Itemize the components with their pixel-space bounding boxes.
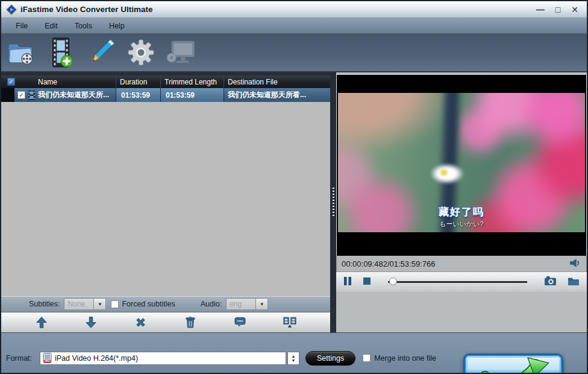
stop-button[interactable] [363, 277, 371, 288]
format-row: Format: MP4 iPad Video H.264(*.mp4) ▲ ▼ … [6, 351, 436, 366]
subtitles-dropdown-icon[interactable]: ▼ [94, 298, 106, 310]
window-controls: — □ ✕ [536, 5, 582, 14]
stepper-down-icon[interactable]: ▼ [292, 358, 296, 363]
remove-file-icon[interactable] [131, 314, 151, 330]
app-logo-icon [6, 4, 17, 15]
stepper-up-icon[interactable]: ▲ [292, 354, 296, 358]
audio-label: Audio: [201, 300, 222, 308]
add-video-icon[interactable] [46, 37, 77, 68]
subtitle-audio-bar: Subtitles: None ▼ Forced subtitles Audio… [1, 296, 330, 312]
edit-video-icon[interactable] [86, 37, 117, 68]
main-area: ✓ Name Duration Trimmed Length Destinati… [1, 72, 587, 332]
forced-subtitles-checkbox[interactable] [111, 300, 119, 308]
file-list-empty-area [1, 102, 330, 296]
merge-label: Merge into one file [374, 354, 436, 363]
column-header-trimmed-length[interactable]: Trimmed Length [160, 75, 224, 88]
format-label: Format: [6, 354, 40, 363]
timecode: 00:00:09:482/01:53:59:766 [342, 259, 435, 268]
subtitle-text-secondary: もーいいかい? [338, 220, 585, 229]
row-name: 我们仍未知道那天所... [38, 90, 109, 100]
column-header-name[interactable]: Name [34, 75, 116, 88]
pane-splitter[interactable] [330, 72, 336, 332]
subtitle-comment-icon[interactable] [230, 314, 250, 330]
subtitle-text-main: 藏好了吗 [338, 205, 585, 219]
merge-clips-icon[interactable] [280, 314, 300, 330]
forced-subtitles-label: Forced subtitles [122, 300, 175, 308]
convert-button[interactable] [463, 353, 563, 374]
conversion-panel: Format: MP4 iPad Video H.264(*.mp4) ▲ ▼ … [1, 332, 587, 373]
convert-button-focus-ring [467, 357, 560, 374]
table-row[interactable]: ✓ 我们仍未知道那天所... 01:53:59 01:53:59 我 [1, 88, 330, 102]
select-all-checkbox[interactable]: ✓ [7, 78, 15, 86]
video-subtitles: 藏好了吗 もーいいかい? [338, 205, 585, 229]
move-down-icon[interactable] [81, 314, 101, 330]
playback-controls [336, 272, 587, 292]
close-button[interactable]: ✕ [571, 5, 578, 14]
row-trimmed-length: 01:53:59 [160, 88, 224, 102]
volume-speaker-icon[interactable] [569, 258, 581, 270]
main-toolbar [1, 34, 587, 72]
load-files-icon[interactable] [6, 37, 37, 68]
menu-help[interactable]: Help [101, 19, 133, 33]
format-stepper[interactable]: ▲ ▼ [287, 352, 299, 365]
svg-text:MP4: MP4 [45, 360, 49, 363]
window-title: iFastime Video Converter Ultimate [20, 5, 153, 14]
open-snapshot-folder-icon[interactable] [568, 276, 580, 288]
preview-pane: 藏好了吗 もーいいかい? 00:00:09:482/01:53:59:766 [336, 72, 587, 332]
snapshot-camera-icon[interactable] [544, 276, 557, 288]
column-header-destination-file[interactable]: Destination File [224, 75, 330, 88]
pause-button[interactable] [343, 276, 352, 288]
format-value: iPad Video H.264(*.mp4) [55, 354, 138, 363]
clear-list-trash-icon[interactable] [180, 314, 201, 330]
file-list-header: ✓ Name Duration Trimmed Length Destinati… [1, 75, 330, 88]
settings-button[interactable]: Settings [305, 351, 355, 366]
menu-edit[interactable]: Edit [36, 19, 66, 33]
mp4-format-icon: MP4 [43, 353, 52, 363]
file-list-pane: ✓ Name Duration Trimmed Length Destinati… [1, 72, 330, 332]
merge-checkbox[interactable] [363, 354, 371, 362]
app-window: iFastime Video Converter Ultimate — □ ✕ … [0, 0, 588, 374]
subtitles-select[interactable]: None [64, 298, 94, 310]
video-frame: 藏好了吗 もーいいかい? [338, 93, 585, 232]
minimize-button[interactable]: — [536, 5, 545, 14]
stream-to-device-icon[interactable] [165, 37, 196, 68]
video-preview[interactable]: 藏好了吗 もーいいかい? [336, 74, 587, 256]
row-checkbox[interactable]: ✓ [17, 91, 25, 99]
list-tools-bar [1, 312, 330, 332]
row-destination: 我们仍未知道那天所看... [224, 88, 330, 102]
seek-slider-handle[interactable] [389, 277, 397, 285]
title-bar: iFastime Video Converter Ultimate — □ ✕ [1, 1, 587, 18]
audio-select[interactable]: eng [226, 298, 256, 310]
audio-dropdown-icon[interactable]: ▼ [256, 298, 268, 310]
row-duration: 01:53:59 [116, 88, 160, 102]
seek-slider[interactable] [388, 281, 527, 283]
format-select[interactable]: MP4 iPad Video H.264(*.mp4) [40, 352, 286, 365]
subtitles-label: Subtitles: [29, 300, 60, 308]
splitter-grip-icon [333, 188, 334, 217]
video-file-icon [28, 90, 35, 100]
column-header-duration[interactable]: Duration [116, 75, 160, 88]
settings-gear-icon[interactable] [125, 37, 157, 68]
maximize-button[interactable]: □ [555, 5, 560, 14]
menu-tools[interactable]: Tools [66, 19, 101, 33]
menu-bar: File Edit Tools Help [1, 18, 587, 34]
menu-file[interactable]: File [7, 19, 36, 33]
move-up-icon[interactable] [31, 314, 52, 330]
playback-time-bar: 00:00:09:482/01:53:59:766 [336, 256, 587, 272]
